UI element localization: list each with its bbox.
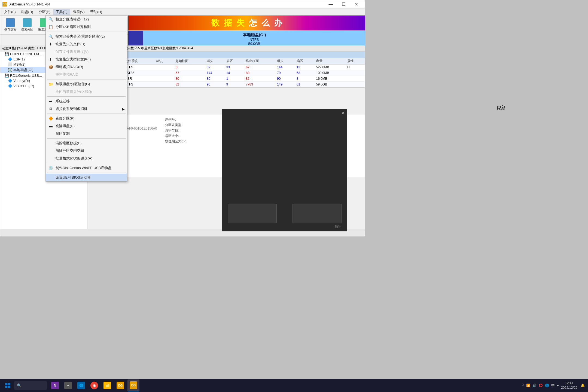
banner-text4: 怎 <box>249 17 257 29</box>
cell-size-1: 100.0MB <box>314 70 345 76</box>
menu-search-lost[interactable]: 🔍 搜索已丢失分区(重建分区表)(L) <box>46 33 127 40</box>
title-bar: DG DiskGenius V5.4.6.1441 x64 — ☐ ✕ <box>0 0 365 8</box>
esp-icon: 🔷 <box>8 57 12 61</box>
cell-attr-0: H <box>345 65 365 70</box>
cell-sh-2: 80 <box>205 76 224 82</box>
dark-panel-button-2[interactable] <box>293 204 342 223</box>
cell-size-2: 16.0MB <box>314 76 345 82</box>
menu-check-fs[interactable]: 🔍 检查分区表错误(F12) <box>46 16 127 23</box>
tray-network-icon: 📶 <box>526 384 530 387</box>
cell-eh-0: 144 <box>275 65 294 70</box>
sep-3 <box>47 96 126 97</box>
taskbar-clock[interactable]: 12:41 2022/12/25 <box>559 381 580 390</box>
sep-2 <box>47 79 126 79</box>
menu-clone-part[interactable]: 🔶 克隆分区(P) <box>46 115 127 122</box>
recover-lost-icon: ⬇ <box>48 41 53 47</box>
menu-align4k[interactable]: 📋 分区4KB扇区对齐检测 <box>46 23 127 31</box>
menu-save-recover: 保存文件恢复进度(V) <box>46 48 127 56</box>
start-button[interactable] <box>2 380 13 391</box>
cell-fs-3: NTFS <box>123 82 154 87</box>
cell-ss-0: 33 <box>224 65 244 70</box>
table-row[interactable]: 1 FAT32 67 144 14 80 79 63 100.0MB <box>87 70 365 76</box>
build-vraid-icon: 📦 <box>48 64 53 70</box>
menu-clear-free[interactable]: 清除分区空闲空间 <box>46 147 127 155</box>
recover-type-icon: ⬇ <box>48 57 53 62</box>
col-end-head: 磁头 <box>275 58 294 65</box>
cell-ec-0: 67 <box>243 65 275 70</box>
minimize-button[interactable]: — <box>325 0 337 8</box>
tray-ime-zh[interactable]: 中 <box>551 383 555 388</box>
menu-recover-type[interactable]: ⬇ 恢复指定类型的文件(I) <box>46 56 127 63</box>
window-controls: — ☐ ✕ <box>325 0 362 8</box>
menu-build-vraid[interactable]: 📦 组建虚拟RAID(R) <box>46 63 127 71</box>
cell-sh-0: 32 <box>205 65 224 70</box>
taskbar-onenote[interactable]: N <box>49 379 61 391</box>
menu-sys-migrate[interactable]: ➡ 系统迁移 <box>46 97 127 105</box>
taskbar-diskgenius-1[interactable]: DG <box>114 379 126 391</box>
taskbar-network[interactable]: 🌐 <box>75 379 87 391</box>
taskbar-search-box[interactable]: 🔍 <box>14 381 47 390</box>
cell-ec-3: 7783 <box>243 82 275 87</box>
taskbar-time: 12:41 <box>561 381 577 385</box>
menu-tools[interactable]: 工具(T) <box>53 9 70 15</box>
cell-flag-3 <box>154 82 173 87</box>
menu-view[interactable]: 查看(V) <box>70 9 87 15</box>
menu-help[interactable]: 帮助(H) <box>87 9 105 15</box>
tray-record-icon: ⭕ <box>539 384 543 387</box>
cell-fs-2: MSR <box>123 76 154 82</box>
detail-sectorsize-label: 扇区大小: <box>165 134 185 138</box>
cell-es-0: 13 <box>294 65 314 70</box>
cell-es-3: 61 <box>294 82 314 87</box>
dark-panel-close-button[interactable]: ✕ <box>341 110 345 115</box>
dark-panel-button-1[interactable] <box>228 204 277 223</box>
tools-dropdown-menu: 🔍 检查分区表错误(F12) 📋 分区4KB扇区对齐检测 🔍 搜索已丢失分区(重… <box>45 15 127 182</box>
close-button[interactable]: ✕ <box>350 0 362 8</box>
cell-sc-3: 82 <box>173 82 205 87</box>
svg-rect-2 <box>5 386 7 388</box>
virt-machine-icon: 🖥 <box>48 106 53 112</box>
menu-recover-lost[interactable]: ⬇ 恢复丢失的文件(U) <box>46 40 127 48</box>
vtoyefi-icon: 🔷 <box>8 84 12 88</box>
menu-clear-sector[interactable]: 清除扇区数据(E) <box>46 139 127 147</box>
banner-area: 数 据 失 怎 么 办 <box>128 16 365 30</box>
disk-segment-blue <box>128 31 143 47</box>
diskgenius2-icon: DG <box>130 381 137 389</box>
menu-batch-format[interactable]: 批量格式化USB磁盘(A) <box>46 155 127 162</box>
taskbar-notification[interactable]: 🔔 <box>580 382 586 388</box>
hd0-icon: 💾 <box>5 52 9 56</box>
menu-clone-disk[interactable]: ▬ 克隆磁盘(D) <box>46 122 127 130</box>
menu-uefi-boot[interactable]: 设置UEFI BIOS启动项 <box>46 174 127 181</box>
check-fs-icon: 🔍 <box>48 17 53 22</box>
cell-size-0: 529.0MB <box>314 65 345 70</box>
table-row[interactable]: 3 NTFS 82 90 9 7783 149 61 59.0GB <box>87 82 365 87</box>
taskbar-date: 2022/12/25 <box>561 385 577 390</box>
toolbar-save[interactable]: 保存更改 <box>2 17 18 33</box>
menu-virt-machine[interactable]: 🖥 虚拟化系统到虚拟机 ▶ <box>46 105 127 113</box>
tray-chevron[interactable]: ^ <box>522 384 524 387</box>
taskbar-snip[interactable]: ✂ <box>62 379 74 391</box>
banner-text6: 办 <box>274 17 282 29</box>
tray-ime-globe[interactable]: 🌐 <box>545 384 549 387</box>
detail-right: 序列号: 分区表类型: 总字节数: 扇区大小: 物理扇区大小: <box>165 117 185 159</box>
menu-file[interactable]: 文件(F) <box>1 9 19 15</box>
cell-es-2: 8 <box>294 76 314 82</box>
maximize-button[interactable]: ☐ <box>337 0 350 8</box>
clear-free-icon <box>48 148 53 154</box>
cell-size-3: 59.0GB <box>314 82 345 87</box>
toolbar-search[interactable]: 搜索分区 <box>19 17 35 33</box>
table-row[interactable]: 2 MSR 80 80 1 82 90 8 16.0MB <box>87 76 365 82</box>
menu-disk[interactable]: 磁盘(D) <box>19 9 36 15</box>
table-row[interactable]: 0 NTFS 0 32 33 67 144 13 529.0MB H <box>87 65 365 70</box>
menu-sector-copy[interactable]: 扇区复制 <box>46 130 127 137</box>
cell-sh-3: 90 <box>205 82 224 87</box>
col-fs: 文件系统 <box>123 58 154 65</box>
rit-label: Rit <box>496 104 505 112</box>
taskbar-chrome[interactable]: ◉ <box>88 379 100 391</box>
edit-section-header: ★ 编辑 编辑 <box>87 51 365 58</box>
taskbar-explorer[interactable]: 📁 <box>101 379 113 391</box>
menu-load-img[interactable]: 📁 加载磁盘/分区镜像(G) <box>46 80 127 88</box>
tray-ime-dot[interactable]: ● <box>557 384 559 387</box>
menu-make-winpe[interactable]: 💿 制作DiskGenius WinPE USB启动盘 <box>46 164 127 172</box>
menu-partition[interactable]: 分区(P) <box>36 9 53 15</box>
taskbar-diskgenius-2[interactable]: DG <box>127 379 139 391</box>
